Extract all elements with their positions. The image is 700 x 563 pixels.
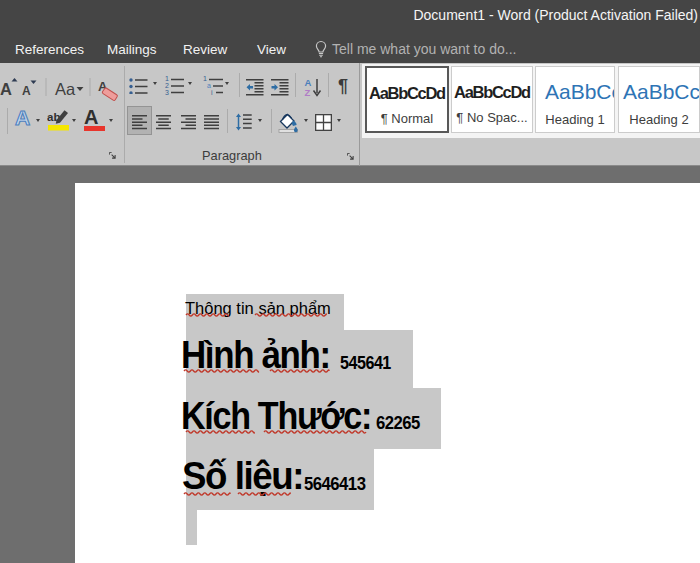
svg-text:A: A [0, 80, 12, 98]
svg-text:1: 1 [165, 75, 169, 82]
svg-text:1: 1 [203, 75, 207, 82]
svg-text:A: A [22, 84, 31, 98]
svg-text:3: 3 [165, 89, 169, 95]
svg-text:a: a [207, 82, 211, 89]
svg-text:Aa: Aa [55, 80, 76, 98]
svg-text:i: i [211, 89, 213, 95]
svg-text:Z: Z [305, 87, 311, 98]
svg-text:2: 2 [165, 82, 169, 89]
